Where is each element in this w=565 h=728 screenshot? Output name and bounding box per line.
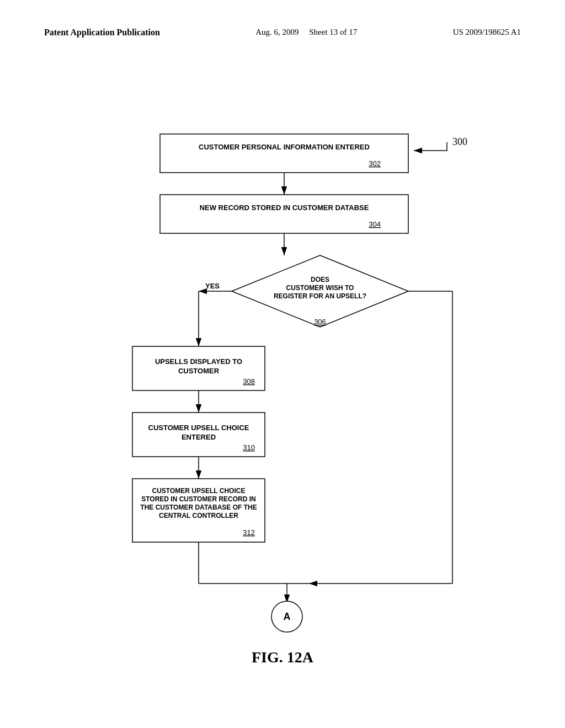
node-312-text2: STORED IN CUSTOMER RECORD IN [141,495,256,503]
header-date-sheet: Aug. 6, 2009 Sheet 13 of 17 [255,28,357,37]
node-308-text2: CUSTOMER [178,367,220,375]
figure-caption: FIG. 12A [0,649,565,666]
node-a-label: A [284,611,291,622]
node-304-ref: 304 [369,220,381,228]
header-date: Aug. 6, 2009 [255,28,299,36]
node-312-ref: 312 [243,528,255,537]
node-306-text1: DOES [311,276,329,283]
node-308-ref: 308 [243,377,255,386]
flowchart-svg: 300 CUSTOMER PERSONAL INFORMATION ENTERE… [0,49,565,683]
yes-label: YES [205,282,220,290]
node-310-ref: 310 [243,443,255,452]
node-312-text1: CUSTOMER UPSELL CHOICE [152,487,246,495]
node-310-text1: CUSTOMER UPSELL CHOICE [148,424,249,432]
page-header: Patent Application Publication Aug. 6, 2… [0,0,565,49]
header-patent-number: US 2009/198625 A1 [453,28,521,37]
node-300-label: 300 [452,136,467,147]
node-312-text3: THE CUSTOMER DATABASE OF THE [140,504,257,511]
node-310-text2: ENTERED [182,433,216,441]
node-306-ref: 306 [314,318,326,326]
header-sheet: Sheet 13 of 17 [309,28,357,36]
node-306-text3: REGISTER FOR AN UPSELL? [274,292,366,300]
node-304-text-line1: NEW RECORD STORED IN CUSTOMER DATABSE [200,204,369,212]
node-300-bracket [436,142,447,151]
header-publication-label: Patent Application Publication [44,28,160,38]
node-302-text-line1: CUSTOMER PERSONAL INFORMATION ENTERED [199,143,370,151]
node-302-ref: 302 [369,159,381,168]
node-312-text4: CENTRAL CONTROLLER [159,512,238,520]
node-308-text1: UPSELLS DISPLAYED TO [155,357,242,366]
diagram-container: 300 CUSTOMER PERSONAL INFORMATION ENTERE… [0,49,565,683]
node-306-text2: CUSTOMER WISH TO [286,284,354,292]
